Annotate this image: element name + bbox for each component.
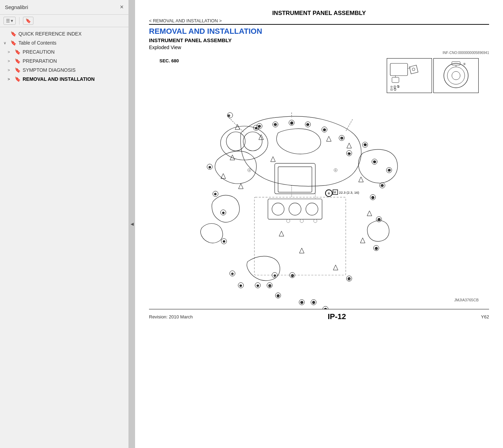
svg-marker-100 (367, 211, 372, 216)
sidebar: Segnalibri × ☰ ▾ 🔖 🔖 QUICK REFERENCE IND… (0, 0, 129, 448)
main-content: INSTRUMENT PANEL ASSEMBLY < REMOVAL AND … (135, 0, 503, 448)
svg-text:M: M (333, 191, 336, 194)
expand-icon-symptom: > (8, 68, 13, 72)
bookmark-icon-quick-ref: 🔖 (10, 31, 16, 37)
torque-spec-indicator: ⊗ M 22.3 (2.3, 16) (325, 190, 359, 196)
svg-text:⑦: ⑦ (231, 272, 234, 276)
footer-page: IP-12 (328, 312, 346, 321)
svg-point-19 (306, 203, 318, 215)
toolbar-divider (19, 17, 19, 25)
sidebar-item-quick-ref[interactable]: 🔖 QUICK REFERENCE INDEX (0, 29, 128, 38)
list-icon: ☰ (6, 18, 10, 23)
svg-text:⑪: ⑪ (268, 284, 271, 287)
ref-id: INF-CNO:0000000005896941 (149, 51, 489, 55)
svg-marker-93 (238, 184, 243, 189)
sidebar-item-label-precaution: PRECAUTION (23, 49, 55, 55)
svg-marker-104 (279, 231, 284, 236)
sidebar-item-removal[interactable]: > 🔖 REMOVAL AND INSTALLATION (0, 75, 128, 84)
collapse-icon: ◀ (131, 222, 134, 226)
svg-text:⑭: ⑭ (300, 301, 303, 304)
sub-heading: INSTRUMENT PANEL ASSEMBLY (149, 37, 489, 43)
sidebar-item-precaution[interactable]: > 🔖 PRECAUTION (0, 47, 128, 56)
exploded-label: Exploded View (149, 45, 489, 50)
svg-marker-102 (333, 265, 338, 270)
svg-text:㉓: ㉓ (388, 169, 391, 172)
sidebar-item-symptom[interactable]: > 🔖 SYMPTOM DIAGNOSIS (0, 65, 128, 75)
sec-label: SEC. 680 (159, 58, 179, 63)
expand-icon-preparation: > (8, 59, 13, 63)
svg-text:㉚: ㉚ (290, 122, 293, 125)
svg-point-20 (221, 126, 268, 160)
svg-text:㉖: ㉖ (348, 152, 351, 155)
svg-text:⑳: ⑳ (371, 196, 374, 199)
svg-text:㉔: ㉔ (373, 161, 376, 164)
svg-text:⑮: ⑮ (312, 301, 315, 304)
svg-text:㉗: ㉗ (340, 137, 343, 140)
sidebar-collapse-button[interactable]: ◀ (129, 0, 135, 448)
bookmark-icon-symptom: 🔖 (15, 67, 21, 73)
svg-rect-16 (268, 199, 322, 219)
svg-marker-97 (327, 136, 331, 141)
svg-text:③: ③ (209, 166, 211, 169)
svg-text:④: ④ (214, 193, 217, 196)
svg-point-17 (272, 203, 284, 215)
bookmark-icon-toc: 🔖 (10, 40, 16, 46)
sidebar-item-label-toc: Table of Contents (18, 40, 56, 46)
svg-marker-101 (360, 238, 365, 243)
svg-point-113 (314, 219, 317, 223)
svg-point-9 (447, 67, 465, 84)
svg-text:⑯: ⑯ (324, 308, 327, 309)
exploded-svg: ① ② ③ ④ ⑤ (170, 65, 407, 309)
svg-text:①: ① (228, 114, 230, 117)
svg-text:⑧: ⑧ (239, 284, 242, 287)
svg-text:⑨: ⑨ (463, 62, 466, 66)
sidebar-item-toc[interactable]: ∨ 🔖 Table of Contents (0, 38, 128, 47)
expand-icon-removal: > (8, 77, 13, 81)
document-footer: Revision: 2010 March IP-12 Y62 (149, 309, 489, 321)
sidebar-header: Segnalibri × (0, 0, 128, 15)
section-heading: REMOVAL AND INSTALLATION (149, 27, 489, 36)
dropdown-arrow: ▾ (11, 18, 13, 23)
svg-line-25 (346, 119, 352, 131)
svg-text:⑫: ⑫ (277, 294, 280, 298)
sidebar-item-label-quick-ref: QUICK REFERENCE INDEX (18, 31, 81, 37)
svg-text:22.3 (2.3, 16): 22.3 (2.3, 16) (339, 191, 359, 194)
list-view-button[interactable]: ☰ ▾ (3, 17, 16, 25)
bookmark-icon-precaution: 🔖 (15, 49, 21, 55)
svg-text:㉕: ㉕ (364, 144, 367, 147)
svg-marker-103 (299, 248, 304, 253)
svg-text:⑨: ⑨ (274, 274, 276, 277)
document-title: INSTRUMENT PANEL ASSEMBLY (149, 10, 489, 17)
footer-code: Y62 (481, 314, 489, 319)
svg-marker-91 (230, 155, 235, 160)
inset-diagram-right: ⑨ (435, 60, 477, 91)
svg-point-18 (289, 203, 301, 215)
sidebar-item-preparation[interactable]: > 🔖 PREPARATION (0, 56, 128, 65)
svg-text:㉛: ㉛ (274, 123, 277, 126)
svg-text:⑬: ⑬ (291, 274, 294, 277)
svg-point-4 (412, 68, 415, 71)
svg-text:㉘: ㉘ (323, 129, 326, 132)
sidebar-item-label-removal: REMOVAL AND INSTALLATION (23, 76, 95, 82)
sidebar-item-label-symptom: SYMPTOM DIAGNOSIS (23, 67, 76, 73)
section-divider (149, 24, 489, 25)
svg-point-22 (243, 132, 262, 151)
svg-marker-98 (347, 143, 352, 148)
svg-text:⑥: ⑥ (223, 240, 225, 243)
bookmark-button[interactable]: 🔖 (23, 17, 33, 25)
diagram-ref: JMJIA3765CB (454, 298, 479, 302)
svg-point-21 (226, 132, 245, 151)
svg-text:⊗: ⊗ (328, 192, 330, 195)
svg-rect-15 (278, 167, 312, 192)
svg-line-23 (229, 118, 244, 133)
sidebar-close-button[interactable]: × (120, 3, 124, 11)
svg-text:㉙: ㉙ (306, 123, 309, 126)
expand-icon-toc: ∨ (3, 41, 8, 45)
footer-revision: Revision: 2010 March (149, 314, 193, 319)
svg-point-10 (452, 71, 460, 80)
exploded-diagram: ① ② ③ ④ ⑤ (170, 65, 407, 309)
svg-text:㉜: ㉜ (258, 125, 261, 128)
sidebar-item-label-preparation: PREPARATION (23, 58, 57, 64)
svg-marker-3 (409, 65, 418, 74)
sidebar-nav: 🔖 QUICK REFERENCE INDEX ∨ 🔖 Table of Con… (0, 27, 128, 448)
